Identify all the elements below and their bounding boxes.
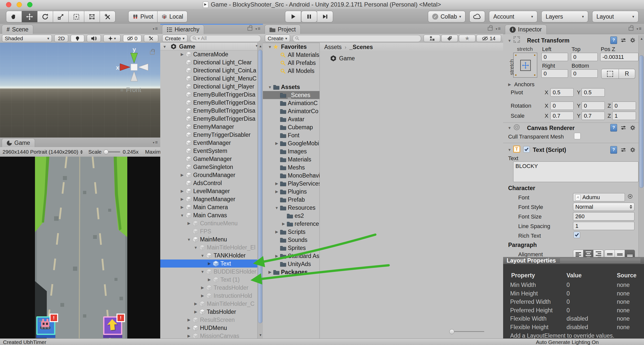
project-create-button[interactable]: Create▾ [265, 35, 290, 42]
foldout-open-icon[interactable]: ▼ [186, 237, 192, 242]
rect-tool-button[interactable] [69, 11, 84, 22]
shading-mode-dropdown[interactable]: Shaded▾ [2, 35, 52, 42]
foldout-open-icon[interactable]: ▼ [267, 45, 273, 49]
lighting-toggle-button[interactable] [71, 35, 84, 42]
hierarchy-item-tankholder[interactable]: ▼TANKHolder [160, 251, 258, 260]
project-folder-all-models[interactable]: All Models [263, 67, 319, 75]
pivot-x-field[interactable]: 0.5 [550, 88, 574, 97]
hierarchy-item-text[interactable]: ▶Text [160, 260, 258, 268]
cloud-button[interactable] [469, 11, 485, 22]
foldout-open-icon[interactable]: ▼ [267, 85, 273, 89]
foldout-open-icon[interactable]: ▼ [508, 148, 511, 152]
step-button[interactable] [317, 11, 333, 22]
hierarchy-item-levelmanager[interactable]: ▶LevelManager [160, 187, 258, 195]
scroll-down-icon[interactable]: ▼ [259, 333, 262, 337]
foldout-open-icon[interactable]: ▼ [508, 38, 511, 43]
font-style-dropdown[interactable]: Normal [573, 203, 634, 211]
font-size-field[interactable]: 260 [573, 212, 634, 221]
foldout-closed-icon[interactable]: ▶ [267, 270, 273, 274]
preset-icon[interactable] [620, 125, 626, 131]
account-dropdown[interactable]: Account▾ [489, 11, 537, 22]
project-folder-all-prefabs[interactable]: All Prefabs [263, 59, 319, 67]
text-value-textarea[interactable]: BLOCKY [513, 161, 638, 182]
inspector-scrollbar[interactable]: ▲ ▼ [638, 35, 644, 267]
foldout-open-icon[interactable]: ▼ [273, 206, 280, 210]
audio-toggle-button[interactable] [87, 35, 101, 42]
foldout-closed-icon[interactable]: ▶ [179, 197, 185, 201]
foldout-closed-icon[interactable]: ▶ [273, 254, 280, 258]
orientation-gizmo[interactable]: y x [114, 47, 154, 87]
scene-tools-button[interactable] [144, 35, 158, 42]
lock-icon[interactable] [488, 27, 493, 31]
upgrade-select-button[interactable]: ! [103, 316, 122, 335]
hierarchy-item-treadsholder[interactable]: ▶TreadsHolder [160, 284, 258, 292]
hierarchy-item-missioncanvas[interactable]: ▶MissionCanvas [160, 332, 258, 338]
scale-slider-knob[interactable] [104, 150, 108, 154]
hierarchy-item-tabsholder[interactable]: ▶TabsHolder [160, 308, 258, 316]
foldout-closed-icon[interactable]: ▶ [273, 181, 280, 186]
foldout-closed-icon[interactable]: ▶ [199, 285, 206, 290]
hierarchy-item-maintitleholder-el[interactable]: ▼MainTitleHolder_El [160, 243, 258, 251]
foldout-closed-icon[interactable]: ▶ [273, 230, 280, 234]
hierarchy-item-buddiesholder[interactable]: ▼BUDDIESHolder [160, 268, 258, 276]
inspector-scroll-thumb[interactable] [639, 55, 643, 188]
anchors-label[interactable]: Anchors [514, 81, 535, 88]
project-folder-playservices[interactable]: ▶PlayServices [263, 180, 319, 188]
foldout-closed-icon[interactable]: ▶ [206, 277, 213, 282]
project-folder-sprites[interactable]: Sprites [263, 244, 319, 252]
bottom-axis-cone[interactable] [131, 71, 138, 81]
hierarchy-item-eventsystem[interactable]: EventSystem [160, 147, 258, 155]
project-folder-favorites[interactable]: ▼★Favorites [263, 43, 319, 51]
hierarchy-item-resultscreen[interactable]: ▶ResultScreen [160, 316, 258, 324]
foldout-closed-icon[interactable]: ▶ [192, 301, 199, 306]
project-folder-plugins[interactable]: ▶Plugins [263, 188, 319, 196]
help-icon[interactable]: ? [610, 124, 617, 132]
posz-field[interactable]: -0.00311 [600, 53, 638, 61]
move-tool-button[interactable] [22, 11, 37, 22]
2d-toggle-button[interactable]: 2D [54, 35, 68, 42]
hierarchy-item-directional-light-clear[interactable]: Directional Light_Clear [160, 58, 258, 66]
hierarchy-item-adscontrol[interactable]: AdsControl [160, 179, 258, 187]
layout-properties-header[interactable]: Layout Properties [503, 257, 644, 264]
lock-icon[interactable] [248, 27, 252, 31]
cull-transparent-mesh-checkbox[interactable] [574, 133, 581, 139]
tab-inspector[interactable]: i Inspector [505, 25, 547, 34]
auto-generate-lighting-status[interactable]: Auto Generate Lighting On [536, 339, 599, 345]
search-by-type-button[interactable] [424, 35, 440, 42]
gear-icon[interactable] [630, 37, 636, 43]
scale-tool-button[interactable] [53, 11, 69, 22]
project-folder-cubemap[interactable]: Cubemap [263, 123, 319, 131]
project-folder-es2[interactable]: es2 [263, 212, 319, 220]
foldout-open-icon[interactable]: ▼ [199, 253, 206, 258]
hierarchy-item-enemybullettriggerdisa[interactable]: EnemyBulletTriggerDisa [160, 115, 258, 123]
project-folder-unityads[interactable]: UnityAds [263, 260, 319, 268]
hierarchy-item-enemybullettriggerdisa[interactable]: EnemyBulletTriggerDisa [160, 91, 258, 99]
breadcrumb-root[interactable]: Assets [324, 44, 342, 51]
rotation-y-field[interactable]: 0 [582, 102, 605, 110]
x-axis-cone[interactable] [120, 64, 130, 71]
hierarchy-item-enemybullettriggerdisa[interactable]: EnemyBulletTriggerDisa [160, 107, 258, 115]
project-folder-reference[interactable]: ▶reference [263, 220, 319, 228]
left-field[interactable]: 0 [541, 53, 568, 61]
hierarchy-item-enemymanager[interactable]: EnemyManager [160, 123, 258, 131]
foldout-closed-icon[interactable]: ▶ [192, 310, 199, 314]
project-folder-scripts[interactable]: ▶Scripts [263, 228, 319, 236]
project-folder-images[interactable]: Images [263, 147, 319, 155]
tab-project[interactable]: Project [265, 25, 301, 34]
foldout-closed-icon[interactable]: ▶ [508, 82, 511, 87]
hierarchy-item-text-1-[interactable]: ▶Text (1) [160, 276, 258, 284]
hierarchy-item-eventmanager[interactable]: EventManager [160, 139, 258, 147]
hierarchy-item-cameramode[interactable]: ▶CameraMode [160, 50, 258, 58]
hierarchy-scroll-thumb[interactable] [258, 50, 262, 323]
tab-game[interactable]: Game [2, 138, 35, 147]
blueprint-mode-button[interactable] [601, 69, 619, 79]
project-folder-avatar[interactable]: Avatar [263, 115, 319, 123]
project-folder-font[interactable]: Font [263, 131, 319, 139]
game-panel-menu[interactable]: ▾≡ [153, 140, 158, 145]
foldout-open-icon[interactable]: ▼ [199, 270, 206, 274]
hierarchy-item-hudmenu[interactable]: ▶HUDMenu [160, 324, 258, 332]
project-panel-menu[interactable]: ▾≡ [496, 26, 501, 31]
project-folder-prefab[interactable]: Prefab [263, 196, 319, 204]
pause-button[interactable] [301, 11, 317, 22]
hierarchy-item-directional-light-player[interactable]: Directional Light_Player [160, 82, 258, 91]
